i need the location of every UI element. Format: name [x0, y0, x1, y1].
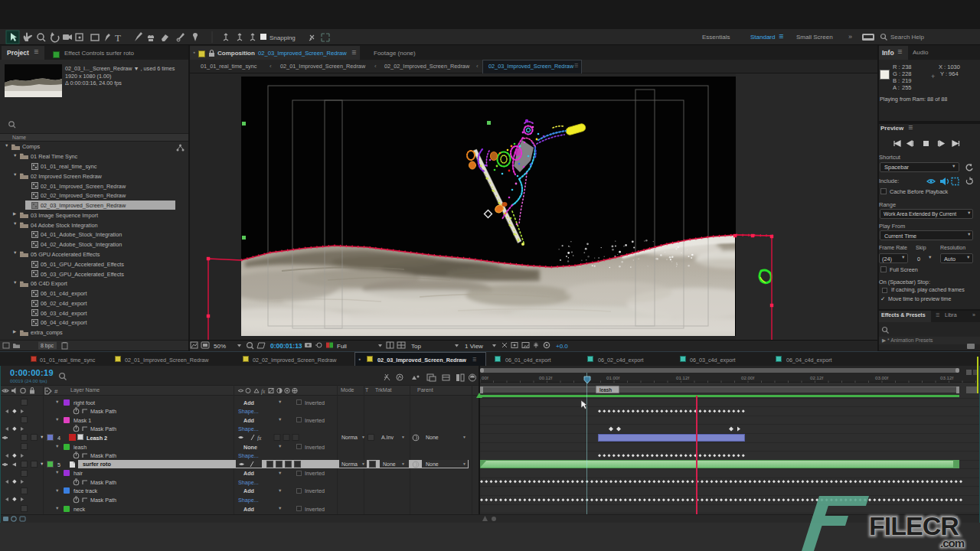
svg-text:+0.0: +0.0	[556, 343, 568, 350]
svg-text:0:00:01:13: 0:00:01:13	[270, 342, 302, 350]
svg-text:Full: Full	[337, 343, 347, 350]
svg-text:1 View: 1 View	[465, 343, 483, 350]
svg-text:8 bpc: 8 bpc	[41, 343, 54, 349]
svg-text:Top: Top	[411, 343, 421, 350]
svg-text:fx: fx	[261, 388, 266, 395]
svg-text:Snapping: Snapping	[270, 34, 296, 41]
svg-text:50%: 50%	[214, 343, 226, 350]
svg-text:fx: fx	[257, 435, 262, 441]
svg-text:#: #	[54, 388, 58, 395]
svg-text:.com: .com	[940, 536, 965, 549]
svg-text:T: T	[115, 32, 121, 44]
